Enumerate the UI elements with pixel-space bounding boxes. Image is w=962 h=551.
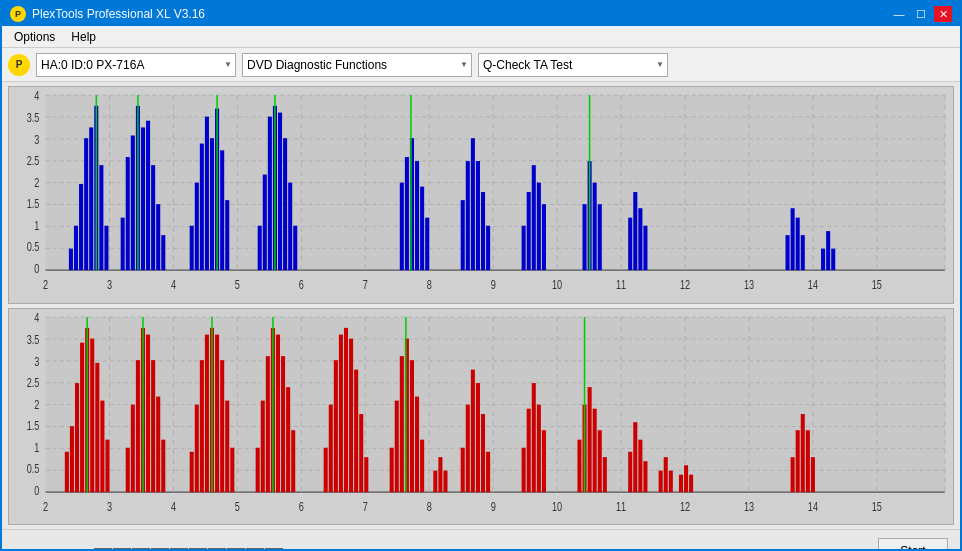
svg-rect-193 bbox=[225, 400, 229, 492]
svg-rect-239 bbox=[593, 408, 597, 492]
svg-text:9: 9 bbox=[491, 278, 496, 292]
svg-rect-50 bbox=[79, 184, 83, 270]
svg-rect-235 bbox=[542, 430, 546, 492]
start-button[interactable]: Start bbox=[878, 538, 948, 552]
svg-rect-113 bbox=[791, 208, 795, 270]
function-select[interactable]: DVD Diagnostic Functions bbox=[242, 53, 472, 77]
svg-rect-181 bbox=[146, 334, 150, 492]
svg-rect-257 bbox=[811, 457, 815, 492]
svg-text:10: 10 bbox=[552, 499, 562, 513]
svg-rect-109 bbox=[633, 192, 637, 270]
svg-rect-248 bbox=[664, 457, 668, 492]
svg-text:15: 15 bbox=[872, 499, 882, 513]
svg-text:1: 1 bbox=[34, 440, 39, 454]
ta-quality-label: TA Quality Indicator: bbox=[342, 547, 449, 552]
svg-text:4: 4 bbox=[171, 499, 176, 513]
svg-rect-182 bbox=[151, 360, 155, 492]
svg-rect-100 bbox=[532, 165, 536, 270]
results-right: Start i bbox=[878, 538, 948, 552]
svg-rect-177 bbox=[126, 447, 130, 491]
svg-rect-114 bbox=[796, 218, 800, 271]
menu-options[interactable]: Options bbox=[6, 28, 63, 46]
svg-rect-241 bbox=[603, 457, 607, 492]
svg-rect-192 bbox=[220, 360, 224, 492]
svg-rect-206 bbox=[329, 404, 333, 492]
svg-text:6: 6 bbox=[299, 278, 304, 292]
svg-rect-174 bbox=[100, 400, 104, 492]
svg-rect-101 bbox=[537, 183, 541, 271]
results-area: Jitter: 3 Peak Shift: bbox=[2, 529, 960, 551]
svg-rect-59 bbox=[131, 135, 135, 270]
svg-rect-112 bbox=[786, 235, 790, 270]
svg-rect-83 bbox=[293, 226, 297, 270]
svg-text:3.5: 3.5 bbox=[27, 111, 40, 125]
jitter-led-8 bbox=[227, 548, 245, 552]
svg-rect-80 bbox=[278, 113, 282, 271]
titlebar: P PlexTools Professional XL V3.16 — ☐ ✕ bbox=[2, 2, 960, 26]
svg-rect-227 bbox=[471, 369, 475, 492]
svg-rect-246 bbox=[643, 461, 647, 492]
svg-rect-106 bbox=[598, 204, 602, 270]
svg-rect-196 bbox=[256, 447, 260, 491]
svg-rect-111 bbox=[643, 226, 647, 270]
svg-rect-89 bbox=[420, 187, 424, 271]
svg-rect-90 bbox=[425, 218, 429, 271]
maximize-button[interactable]: ☐ bbox=[912, 6, 930, 22]
svg-text:7: 7 bbox=[363, 499, 368, 513]
svg-rect-214 bbox=[390, 447, 394, 491]
svg-text:15: 15 bbox=[872, 278, 882, 292]
drive-select[interactable]: HA:0 ID:0 PX-716A bbox=[36, 53, 236, 77]
svg-rect-186 bbox=[190, 451, 194, 491]
menu-help[interactable]: Help bbox=[63, 28, 104, 46]
svg-text:8: 8 bbox=[427, 278, 432, 292]
svg-text:14: 14 bbox=[808, 278, 818, 292]
svg-rect-213 bbox=[364, 457, 368, 492]
svg-text:0.5: 0.5 bbox=[27, 240, 40, 254]
svg-rect-173 bbox=[95, 362, 99, 491]
svg-rect-64 bbox=[156, 204, 160, 270]
svg-rect-88 bbox=[415, 161, 419, 270]
jitter-led-9 bbox=[246, 548, 264, 552]
window-title: PlexTools Professional XL V3.16 bbox=[32, 7, 890, 21]
svg-text:1: 1 bbox=[34, 218, 39, 232]
svg-rect-67 bbox=[190, 226, 194, 270]
svg-rect-169 bbox=[75, 383, 79, 492]
svg-rect-215 bbox=[395, 400, 399, 492]
svg-rect-188 bbox=[200, 360, 204, 492]
svg-text:3.5: 3.5 bbox=[27, 332, 40, 346]
jitter-led-10 bbox=[265, 548, 283, 552]
svg-text:5: 5 bbox=[235, 499, 240, 513]
svg-text:0: 0 bbox=[34, 262, 39, 276]
svg-text:4: 4 bbox=[34, 89, 39, 103]
svg-rect-115 bbox=[801, 235, 805, 270]
svg-rect-222 bbox=[433, 470, 437, 492]
svg-rect-95 bbox=[476, 161, 480, 270]
svg-rect-108 bbox=[628, 218, 632, 271]
jitter-value: 3 bbox=[295, 547, 302, 552]
svg-text:11: 11 bbox=[616, 499, 626, 513]
test-select[interactable]: Q-Check TA Test bbox=[478, 53, 668, 77]
svg-rect-74 bbox=[225, 200, 229, 270]
svg-rect-224 bbox=[443, 470, 447, 492]
svg-rect-184 bbox=[161, 439, 165, 492]
svg-rect-71 bbox=[210, 138, 214, 270]
svg-rect-220 bbox=[420, 439, 424, 492]
minimize-button[interactable]: — bbox=[890, 6, 908, 22]
svg-rect-209 bbox=[344, 327, 348, 491]
svg-rect-68 bbox=[195, 183, 199, 271]
top-chart-svg: 4 3.5 3 2.5 2 1.5 1 0.5 0 2 3 4 5 6 7 8 … bbox=[9, 87, 953, 303]
svg-text:6: 6 bbox=[299, 499, 304, 513]
close-button[interactable]: ✕ bbox=[934, 6, 952, 22]
svg-rect-232 bbox=[527, 408, 531, 492]
svg-rect-110 bbox=[638, 208, 642, 270]
svg-text:2.5: 2.5 bbox=[27, 154, 40, 168]
top-chart-panel: 4 3.5 3 2.5 2 1.5 1 0.5 0 2 3 4 5 6 7 8 … bbox=[8, 86, 954, 304]
svg-rect-58 bbox=[126, 157, 130, 270]
svg-text:1.5: 1.5 bbox=[27, 418, 40, 432]
svg-rect-251 bbox=[684, 465, 688, 492]
svg-text:2: 2 bbox=[34, 397, 39, 411]
svg-rect-249 bbox=[669, 470, 673, 492]
svg-rect-81 bbox=[283, 138, 287, 270]
svg-rect-73 bbox=[220, 150, 224, 270]
jitter-led-5 bbox=[170, 548, 188, 552]
